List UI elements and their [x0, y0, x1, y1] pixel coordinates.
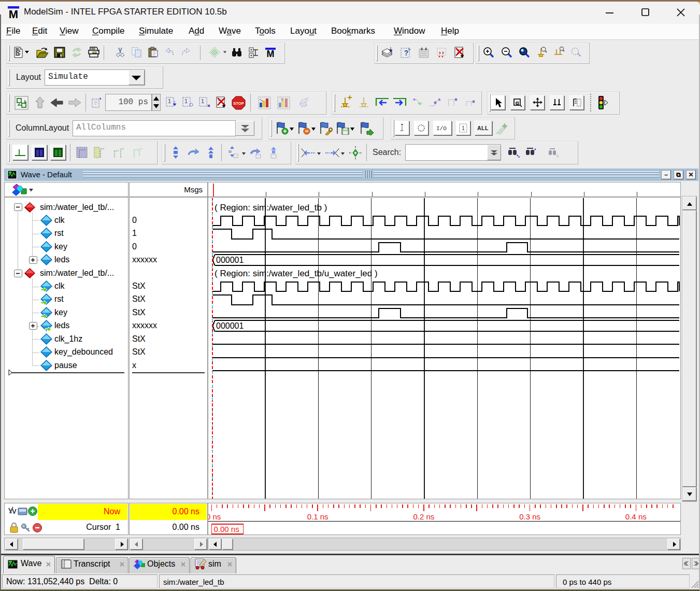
svg-text:M: M	[267, 49, 275, 58]
svg-text:1: 1	[184, 98, 188, 104]
svg-text:0.2 ns: 0.2 ns	[413, 512, 434, 521]
svg-text:?: ?	[281, 97, 283, 103]
svg-text:000001: 000001	[216, 256, 244, 264]
svg-text:STOP: STOP	[233, 101, 244, 106]
svg-text:I/O: I/O	[436, 125, 447, 132]
svg-text:1: 1	[168, 98, 171, 104]
svg-text:M: M	[9, 8, 18, 19]
svg-text:( Region: sim:/water_led_tb/u_: ( Region: sim:/water_led_tb/u_water_led …	[215, 269, 378, 278]
svg-text:q: q	[516, 100, 519, 106]
svg-text:V: V	[12, 508, 17, 515]
svg-text:0 ns: 0 ns	[208, 512, 221, 521]
svg-text:1: 1	[201, 98, 204, 104]
svg-text:000001: 000001	[216, 321, 244, 330]
svg-text:1: 1	[462, 125, 465, 131]
svg-text:0.4 ns: 0.4 ns	[625, 512, 647, 521]
svg-text:?: ?	[404, 49, 409, 57]
svg-text:0.3 ns: 0.3 ns	[519, 512, 540, 521]
svg-text:0.1 ns: 0.1 ns	[307, 512, 328, 521]
svg-text:( Region: sim:/water_led_tb ): ( Region: sim:/water_led_tb )	[215, 203, 327, 213]
svg-text:ALL: ALL	[477, 125, 489, 131]
svg-text:0.00 ns: 0.00 ns	[214, 525, 239, 533]
